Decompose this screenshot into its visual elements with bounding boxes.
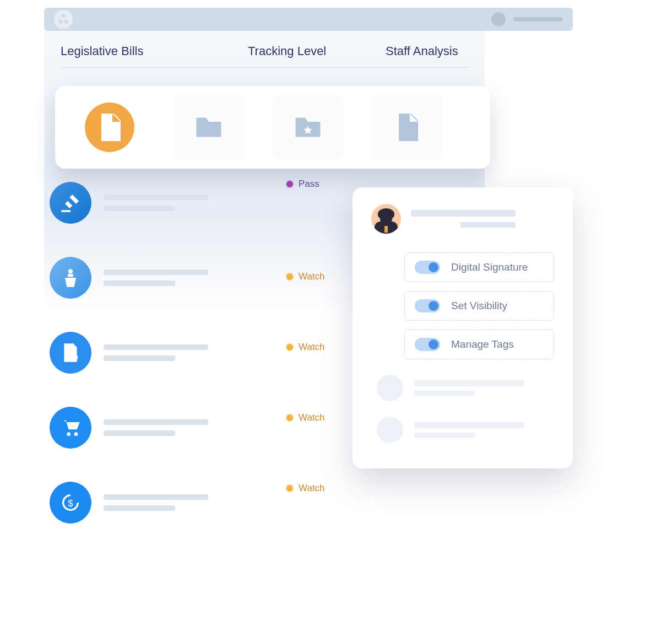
user-avatar-placeholder bbox=[377, 417, 403, 443]
related-user-row bbox=[377, 417, 554, 443]
tracking-status-watch: Watch bbox=[286, 342, 353, 353]
bill-row-speaker[interactable] bbox=[50, 257, 281, 299]
status-dot-pass bbox=[286, 181, 293, 187]
user-text-placeholder bbox=[414, 422, 554, 438]
bill-text-placeholder bbox=[104, 344, 281, 361]
bill-text-placeholder bbox=[104, 270, 281, 286]
staff-analysis-card: Digital Signature Set Visibility Manage … bbox=[353, 187, 573, 468]
toggle-label: Set Visibility bbox=[451, 300, 507, 312]
tracking-status-watch: Watch bbox=[286, 271, 353, 282]
money-cycle-icon: $ bbox=[50, 482, 91, 524]
svg-point-3 bbox=[74, 432, 78, 436]
status-label: Watch bbox=[299, 342, 325, 353]
analyst-name-placeholder bbox=[411, 210, 554, 228]
svg-point-1 bbox=[72, 354, 78, 360]
svg-point-2 bbox=[67, 432, 71, 436]
status-dot-watch bbox=[286, 414, 293, 421]
status-label: Watch bbox=[299, 483, 325, 494]
toggle-manage-tags[interactable]: Manage Tags bbox=[404, 330, 554, 359]
gavel-icon bbox=[50, 182, 91, 224]
bill-text-placeholder bbox=[104, 195, 281, 211]
starred-folder-icon bbox=[291, 111, 324, 144]
toggle-switch[interactable] bbox=[415, 338, 440, 351]
related-user-row bbox=[377, 375, 554, 401]
bill-text-placeholder bbox=[104, 494, 281, 511]
user-text-placeholder bbox=[414, 380, 554, 396]
bill-text-placeholder bbox=[104, 419, 281, 436]
folder-icon bbox=[192, 111, 225, 144]
toggle-switch[interactable] bbox=[415, 299, 440, 312]
col-tracking-level: Tracking Level bbox=[248, 44, 386, 58]
bill-row-testimony[interactable] bbox=[50, 332, 281, 374]
card-folder-starred[interactable] bbox=[272, 94, 344, 160]
card-document[interactable] bbox=[74, 94, 145, 160]
col-staff-analysis: Staff Analysis bbox=[386, 44, 468, 58]
category-card-strip bbox=[55, 86, 490, 169]
status-label: Pass bbox=[299, 179, 319, 190]
status-dot-watch bbox=[286, 344, 293, 351]
user-avatar-small[interactable] bbox=[491, 12, 506, 26]
analyst-profile bbox=[371, 204, 554, 234]
svg-point-0 bbox=[68, 269, 73, 273]
user-avatar-placeholder bbox=[377, 375, 403, 401]
status-dot-watch bbox=[286, 273, 293, 280]
col-legislative-bills: Legislative Bills bbox=[61, 44, 248, 58]
tracking-status-watch: Watch bbox=[286, 412, 353, 423]
card-file[interactable] bbox=[371, 94, 443, 160]
status-dot-watch bbox=[286, 485, 293, 492]
document-person-icon bbox=[50, 332, 91, 374]
user-name-placeholder bbox=[513, 17, 563, 21]
svg-text:$: $ bbox=[68, 498, 73, 509]
cart-icon bbox=[50, 407, 91, 449]
analyst-avatar bbox=[371, 204, 401, 234]
document-icon bbox=[85, 103, 134, 152]
tracking-status-pass: Pass bbox=[286, 179, 353, 190]
app-logo bbox=[54, 10, 73, 29]
tracking-column: Pass Watch Watch Watch Watch bbox=[286, 179, 353, 553]
column-headers: Legislative Bills Tracking Level Staff A… bbox=[61, 44, 468, 68]
toggle-set-visibility[interactable]: Set Visibility bbox=[404, 291, 554, 321]
app-topbar bbox=[44, 8, 573, 31]
bill-row-purchase[interactable] bbox=[50, 407, 281, 449]
toggle-label: Manage Tags bbox=[451, 338, 514, 351]
tracking-status-watch: Watch bbox=[286, 483, 353, 494]
bill-row-finance[interactable]: $ bbox=[50, 482, 281, 524]
bill-rows: $ bbox=[50, 182, 281, 557]
bill-row-gavel[interactable] bbox=[50, 182, 281, 224]
toggle-switch[interactable] bbox=[415, 261, 440, 274]
card-folder[interactable] bbox=[173, 94, 245, 160]
toggle-digital-signature[interactable]: Digital Signature bbox=[404, 252, 554, 282]
status-label: Watch bbox=[299, 271, 325, 282]
podium-icon bbox=[50, 257, 91, 299]
file-icon bbox=[391, 111, 424, 144]
status-label: Watch bbox=[299, 412, 325, 423]
toggle-label: Digital Signature bbox=[451, 261, 528, 273]
